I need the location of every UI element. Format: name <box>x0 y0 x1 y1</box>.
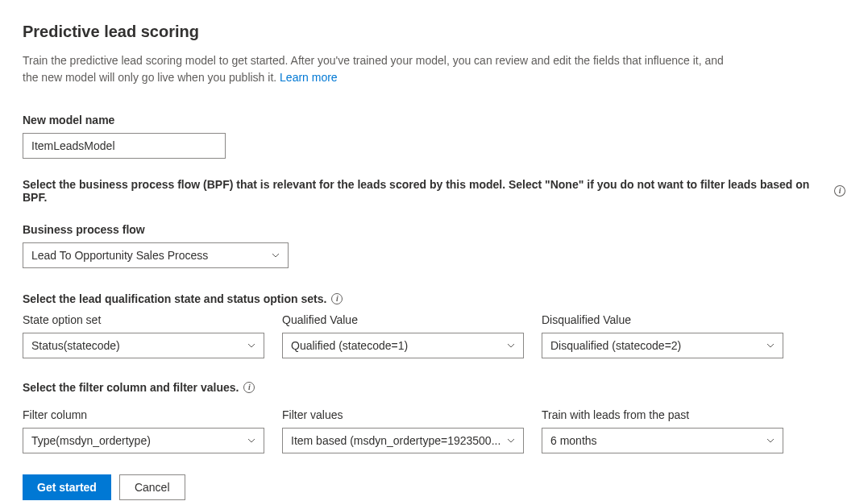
bpf-select[interactable]: Lead To Opportunity Sales Process <box>23 242 289 268</box>
page-title: Predictive lead scoring <box>23 23 845 41</box>
filter-column-label: Filter column <box>23 408 264 421</box>
train-past-select[interactable]: 6 months <box>542 428 783 453</box>
qualification-section-label: Select the lead qualification state and … <box>23 292 326 305</box>
get-started-button[interactable]: Get started <box>23 474 111 500</box>
filter-values-label: Filter values <box>282 408 524 421</box>
filter-values-select[interactable]: Item based (msdyn_ordertype=1923500... <box>282 428 524 453</box>
learn-more-link[interactable]: Learn more <box>280 71 338 84</box>
qualified-value-select[interactable]: Qualified (statecode=1) <box>282 333 524 358</box>
bpf-label: Business process flow <box>23 223 845 236</box>
info-icon[interactable]: i <box>834 185 845 197</box>
info-icon[interactable]: i <box>243 382 255 393</box>
info-icon[interactable]: i <box>331 293 343 304</box>
intro-text: Train the predictive lead scoring model … <box>23 52 732 86</box>
qualified-value-label: Qualified Value <box>282 313 524 326</box>
state-option-set-label: State option set <box>23 313 264 326</box>
state-option-set-select[interactable]: Status(statecode) <box>23 333 264 358</box>
bpf-section-label: Select the business process flow (BPF) t… <box>23 178 829 204</box>
model-name-label: New model name <box>23 114 845 126</box>
train-past-label: Train with leads from the past <box>542 408 783 421</box>
model-name-input[interactable] <box>23 133 226 159</box>
intro-text-body: Train the predictive lead scoring model … <box>23 54 724 84</box>
disqualified-value-label: Disqualified Value <box>542 313 783 326</box>
filter-section-label: Select the filter column and filter valu… <box>23 381 239 394</box>
disqualified-value-select[interactable]: Disqualified (statecode=2) <box>542 333 783 358</box>
filter-column-select[interactable]: Type(msdyn_ordertype) <box>23 428 264 453</box>
cancel-button[interactable]: Cancel <box>119 474 185 500</box>
